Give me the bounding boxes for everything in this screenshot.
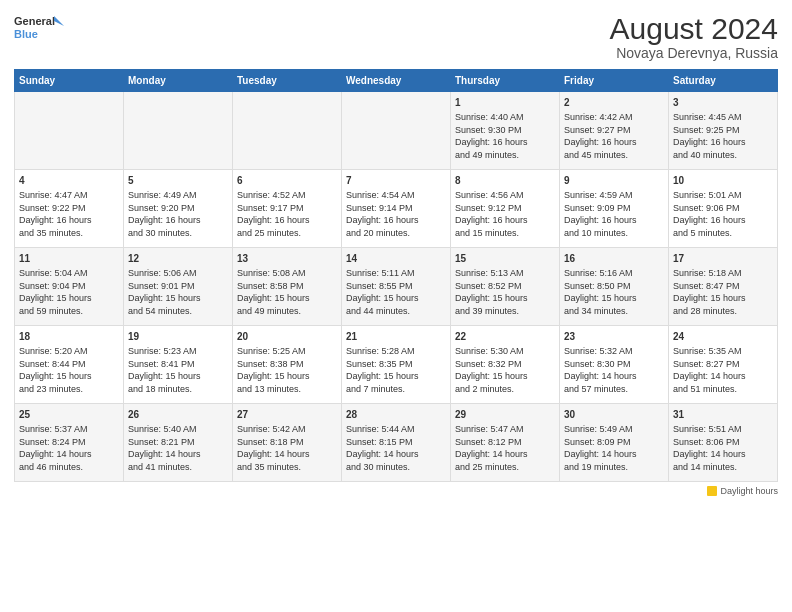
calendar-cell: 18Sunrise: 5:20 AMSunset: 8:44 PMDayligh… (15, 326, 124, 404)
header-cell-wednesday: Wednesday (342, 70, 451, 92)
cell-content-line: Sunrise: 5:23 AM (128, 345, 228, 358)
cell-content-line: Sunrise: 5:13 AM (455, 267, 555, 280)
calendar-cell: 28Sunrise: 5:44 AMSunset: 8:15 PMDayligh… (342, 404, 451, 482)
cell-content-line: Sunrise: 4:42 AM (564, 111, 664, 124)
cell-content-line: Sunrise: 5:18 AM (673, 267, 773, 280)
calendar-cell (15, 92, 124, 170)
calendar-cell: 30Sunrise: 5:49 AMSunset: 8:09 PMDayligh… (560, 404, 669, 482)
header: General Blue August 2024 Novaya Derevnya… (14, 12, 778, 61)
calendar-cell (233, 92, 342, 170)
cell-content-line: Daylight: 15 hours (564, 292, 664, 305)
cell-content-line: Daylight: 14 hours (673, 370, 773, 383)
cell-content-line: Daylight: 16 hours (237, 214, 337, 227)
cell-content-line: Sunset: 8:50 PM (564, 280, 664, 293)
cell-content-line: Sunset: 8:38 PM (237, 358, 337, 371)
legend: Daylight hours (14, 486, 778, 496)
calendar-cell: 10Sunrise: 5:01 AMSunset: 9:06 PMDayligh… (669, 170, 778, 248)
day-number: 21 (346, 330, 446, 344)
day-number: 3 (673, 96, 773, 110)
cell-content-line: Daylight: 14 hours (564, 370, 664, 383)
cell-content-line: Sunrise: 5:42 AM (237, 423, 337, 436)
title-block: August 2024 Novaya Derevnya, Russia (610, 12, 778, 61)
cell-content-line: and 23 minutes. (19, 383, 119, 396)
cell-content-line: Sunrise: 5:44 AM (346, 423, 446, 436)
cell-content-line: Sunrise: 5:01 AM (673, 189, 773, 202)
day-number: 17 (673, 252, 773, 266)
cell-content-line: Sunrise: 5:32 AM (564, 345, 664, 358)
header-cell-thursday: Thursday (451, 70, 560, 92)
cell-content-line: Daylight: 16 hours (19, 214, 119, 227)
calendar-cell: 20Sunrise: 5:25 AMSunset: 8:38 PMDayligh… (233, 326, 342, 404)
cell-content-line: and 57 minutes. (564, 383, 664, 396)
calendar-cell: 1Sunrise: 4:40 AMSunset: 9:30 PMDaylight… (451, 92, 560, 170)
svg-text:Blue: Blue (14, 28, 38, 40)
calendar-cell: 2Sunrise: 4:42 AMSunset: 9:27 PMDaylight… (560, 92, 669, 170)
cell-content-line: and 44 minutes. (346, 305, 446, 318)
cell-content-line: and 34 minutes. (564, 305, 664, 318)
main-title: August 2024 (610, 12, 778, 45)
calendar-cell (342, 92, 451, 170)
cell-content-line: Daylight: 16 hours (128, 214, 228, 227)
legend-label: Daylight hours (720, 486, 778, 496)
cell-content-line: Sunset: 8:55 PM (346, 280, 446, 293)
calendar-header-row: SundayMondayTuesdayWednesdayThursdayFrid… (15, 70, 778, 92)
cell-content-line: and 25 minutes. (237, 227, 337, 240)
cell-content-line: Daylight: 14 hours (237, 448, 337, 461)
cell-content-line: Daylight: 14 hours (128, 448, 228, 461)
cell-content-line: Sunset: 9:17 PM (237, 202, 337, 215)
day-number: 4 (19, 174, 119, 188)
cell-content-line: Sunset: 8:44 PM (19, 358, 119, 371)
cell-content-line: Daylight: 15 hours (19, 370, 119, 383)
calendar-cell: 17Sunrise: 5:18 AMSunset: 8:47 PMDayligh… (669, 248, 778, 326)
calendar-cell: 19Sunrise: 5:23 AMSunset: 8:41 PMDayligh… (124, 326, 233, 404)
cell-content-line: Sunrise: 5:20 AM (19, 345, 119, 358)
cell-content-line: Sunset: 8:24 PM (19, 436, 119, 449)
calendar-cell: 8Sunrise: 4:56 AMSunset: 9:12 PMDaylight… (451, 170, 560, 248)
calendar-cell: 9Sunrise: 4:59 AMSunset: 9:09 PMDaylight… (560, 170, 669, 248)
day-number: 9 (564, 174, 664, 188)
cell-content-line: Sunrise: 4:54 AM (346, 189, 446, 202)
cell-content-line: Sunrise: 5:35 AM (673, 345, 773, 358)
day-number: 18 (19, 330, 119, 344)
cell-content-line: Sunrise: 4:49 AM (128, 189, 228, 202)
cell-content-line: Daylight: 16 hours (564, 136, 664, 149)
cell-content-line: Sunset: 9:14 PM (346, 202, 446, 215)
day-number: 24 (673, 330, 773, 344)
day-number: 19 (128, 330, 228, 344)
cell-content-line: Sunrise: 4:47 AM (19, 189, 119, 202)
cell-content-line: Sunrise: 5:06 AM (128, 267, 228, 280)
day-number: 29 (455, 408, 555, 422)
calendar-cell: 12Sunrise: 5:06 AMSunset: 9:01 PMDayligh… (124, 248, 233, 326)
cell-content-line: Sunset: 8:41 PM (128, 358, 228, 371)
cell-content-line: Daylight: 15 hours (237, 370, 337, 383)
svg-marker-2 (54, 16, 64, 26)
calendar-cell: 29Sunrise: 5:47 AMSunset: 8:12 PMDayligh… (451, 404, 560, 482)
cell-content-line: Sunset: 9:20 PM (128, 202, 228, 215)
day-number: 8 (455, 174, 555, 188)
day-number: 13 (237, 252, 337, 266)
cell-content-line: Daylight: 15 hours (237, 292, 337, 305)
cell-content-line: Daylight: 16 hours (455, 136, 555, 149)
cell-content-line: Daylight: 14 hours (455, 448, 555, 461)
calendar-cell: 4Sunrise: 4:47 AMSunset: 9:22 PMDaylight… (15, 170, 124, 248)
day-number: 7 (346, 174, 446, 188)
calendar-cell (124, 92, 233, 170)
cell-content-line: Sunrise: 4:59 AM (564, 189, 664, 202)
cell-content-line: and 10 minutes. (564, 227, 664, 240)
day-number: 1 (455, 96, 555, 110)
legend-item: Daylight hours (707, 486, 778, 496)
calendar-cell: 11Sunrise: 5:04 AMSunset: 9:04 PMDayligh… (15, 248, 124, 326)
cell-content-line: and 39 minutes. (455, 305, 555, 318)
cell-content-line: Sunrise: 5:47 AM (455, 423, 555, 436)
cell-content-line: and 15 minutes. (455, 227, 555, 240)
calendar-cell: 21Sunrise: 5:28 AMSunset: 8:35 PMDayligh… (342, 326, 451, 404)
cell-content-line: Daylight: 16 hours (673, 136, 773, 149)
cell-content-line: Sunrise: 4:52 AM (237, 189, 337, 202)
day-number: 6 (237, 174, 337, 188)
calendar-cell: 26Sunrise: 5:40 AMSunset: 8:21 PMDayligh… (124, 404, 233, 482)
cell-content-line: Daylight: 15 hours (346, 292, 446, 305)
cell-content-line: Daylight: 15 hours (128, 292, 228, 305)
cell-content-line: Sunset: 9:22 PM (19, 202, 119, 215)
cell-content-line: and 54 minutes. (128, 305, 228, 318)
cell-content-line: Sunrise: 5:30 AM (455, 345, 555, 358)
